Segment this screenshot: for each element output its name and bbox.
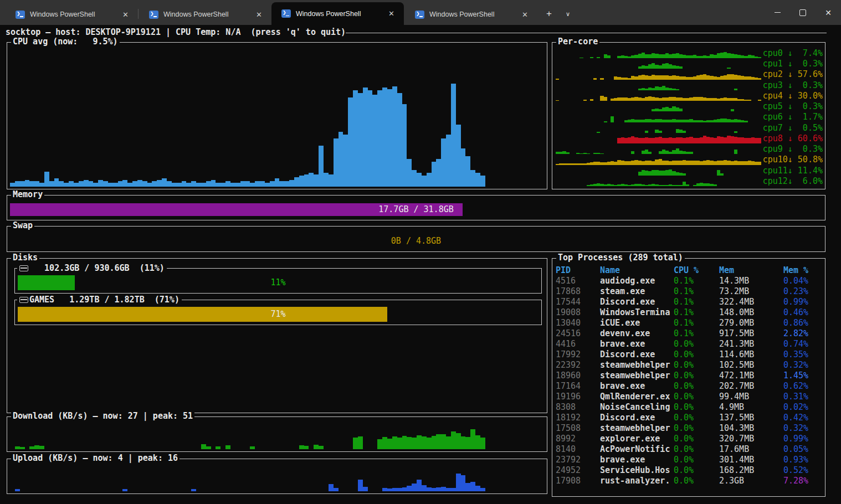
process-mem-pct: 0.62% xyxy=(783,381,823,392)
disk-c-header: 102.3GB / 930.6GB (11%) xyxy=(17,263,167,274)
tab-title: Windows PowerShell xyxy=(296,10,386,18)
process-name: Discord.exe xyxy=(600,297,674,307)
upload-history-bar xyxy=(417,480,422,491)
core-spark-bar xyxy=(758,100,761,101)
process-name: WindowsTermina xyxy=(600,307,674,318)
cpu-history-bar xyxy=(93,183,98,187)
tab-windows-powershell-1[interactable]: Windows PowerShell✕ xyxy=(6,4,138,25)
upload-history-bar xyxy=(432,488,437,491)
maximize-button[interactable] xyxy=(790,0,816,25)
core-spark-bar xyxy=(587,153,590,155)
core-sparkline xyxy=(556,48,762,59)
disk-games-header: GAMES 1.29TB / 1.82TB (71%) xyxy=(17,295,182,305)
new-tab-button[interactable]: + xyxy=(541,7,557,21)
upload-history-bar xyxy=(191,489,196,491)
minimize-button[interactable] xyxy=(765,0,790,25)
tab-windows-powershell-3[interactable]: Windows PowerShell✕ xyxy=(271,2,404,25)
upload-history-bar xyxy=(402,487,407,491)
close-tab-icon[interactable]: ✕ xyxy=(120,10,131,19)
tab-windows-powershell-4[interactable]: Windows PowerShell✕ xyxy=(405,4,537,25)
tab-dropdown-button[interactable]: ∨ xyxy=(560,7,576,21)
cpu-history-bar xyxy=(211,180,216,187)
core-spark-bar xyxy=(683,173,686,176)
powershell-icon xyxy=(149,11,158,19)
process-row: 17908rust-analyzer.0.0%2.3GB7.28% xyxy=(556,476,823,486)
cpu-history-bar xyxy=(417,173,422,187)
cpu-history-bar xyxy=(309,173,314,187)
process-cpu-pct: 0.1% xyxy=(674,328,719,339)
process-name: steamwebhelper xyxy=(600,360,674,371)
close-tab-icon[interactable]: ✕ xyxy=(253,10,265,19)
process-mem: 137.5MB xyxy=(719,413,783,423)
process-cpu-pct: 0.0% xyxy=(674,339,719,349)
core-label-cpu2: cpu2 ↓ 57.6% xyxy=(762,69,823,80)
download-history-bar xyxy=(225,445,230,449)
download-history-bar xyxy=(451,431,456,449)
download-history-bar xyxy=(427,438,432,449)
process-name: Discord.exe xyxy=(600,349,674,360)
cpu-history-bar xyxy=(127,183,132,187)
cpu-history-bar xyxy=(225,181,230,187)
core-row-cpu11: cpu11↓ 11.4% xyxy=(556,166,823,176)
process-cpu-pct: 0.0% xyxy=(674,476,719,486)
process-mem-pct: 0.32% xyxy=(783,423,823,434)
core-spark-bar xyxy=(734,89,737,90)
cpu-history-bar xyxy=(382,88,387,187)
tab-bar: Windows PowerShell✕Windows PowerShell✕Wi… xyxy=(0,0,841,25)
download-history-bar xyxy=(15,446,20,449)
process-mem-pct: 0.02% xyxy=(783,402,823,413)
cpu-history-bar xyxy=(15,181,20,187)
core-sparkline xyxy=(556,91,762,101)
process-cpu-pct: 0.0% xyxy=(674,423,719,434)
process-mem-pct: 0.04% xyxy=(783,276,823,286)
terminal-screen[interactable]: socktop — host: DESKTOP-9P19121 | CPU Te… xyxy=(0,25,841,504)
process-mem: 241.3MB xyxy=(719,339,783,349)
cpu-history-bar xyxy=(358,93,363,187)
tab-windows-powershell-2[interactable]: Windows PowerShell✕ xyxy=(139,4,271,25)
close-tab-icon[interactable]: ✕ xyxy=(519,10,531,19)
cpu-history-bar xyxy=(113,183,118,187)
core-label-cpu12: cpu12↓ 6.0% xyxy=(762,176,823,187)
upload-history-bar xyxy=(392,488,397,491)
core-row-cpu3: cpu3 ↓ 0.3% xyxy=(556,80,823,91)
download-history-bar xyxy=(456,433,461,449)
core-label-cpu10: cpu10↓ 50.8% xyxy=(762,155,823,165)
process-mem-pct: 0.99% xyxy=(783,434,823,444)
core-spark-bar xyxy=(604,97,607,101)
process-mem-pct: 0.46% xyxy=(783,307,823,318)
process-mem: 17.6MB xyxy=(719,444,783,455)
core-sparkline xyxy=(556,155,762,165)
download-history-bar xyxy=(392,436,397,449)
cpu-history-bar xyxy=(339,132,343,187)
core-spark-bar xyxy=(600,78,603,80)
process-mem: 73.2MB xyxy=(719,286,783,297)
core-row-cpu10: cpu10↓ 50.8% xyxy=(556,155,823,165)
process-mem: 301.4MB xyxy=(719,455,783,465)
core-spark-bar xyxy=(597,57,600,59)
minimize-icon xyxy=(775,12,781,13)
cpu-history-bar xyxy=(294,177,299,187)
cpu-history-bar xyxy=(324,173,329,187)
close-window-button[interactable]: ✕ xyxy=(816,0,841,25)
disk-icon xyxy=(19,297,28,303)
upload-history-bar xyxy=(441,487,446,491)
upload-history-bar xyxy=(15,489,20,491)
upload-history-bar xyxy=(422,485,427,492)
top-processes-panel: Top Processes (289 total) PIDNameCPU %Me… xyxy=(552,258,825,497)
core-label-cpu8: cpu8 ↓ 60.6% xyxy=(762,133,823,144)
process-row: 18960steamwebhelper0.0%472.1MB1.45% xyxy=(556,371,823,381)
cpu-history-bar xyxy=(470,170,475,187)
download-history-bar xyxy=(34,445,39,449)
process-name: explorer.exe xyxy=(600,434,674,444)
cpu-history-bar xyxy=(10,183,15,187)
process-row: 4416brave.exe0.0%241.3MB0.74% xyxy=(556,339,823,349)
close-tab-icon[interactable]: ✕ xyxy=(386,9,397,18)
cpu-history-bar xyxy=(182,181,187,187)
process-column-header: Name xyxy=(600,265,674,276)
swap-panel: Swap 0B / 4.8GB xyxy=(7,226,825,252)
process-column-header: Mem xyxy=(719,265,783,276)
process-cpu-pct: 0.0% xyxy=(674,413,719,423)
core-spark-bar xyxy=(758,57,761,58)
cpu-history-bar xyxy=(329,174,334,187)
upload-chart xyxy=(10,466,544,491)
